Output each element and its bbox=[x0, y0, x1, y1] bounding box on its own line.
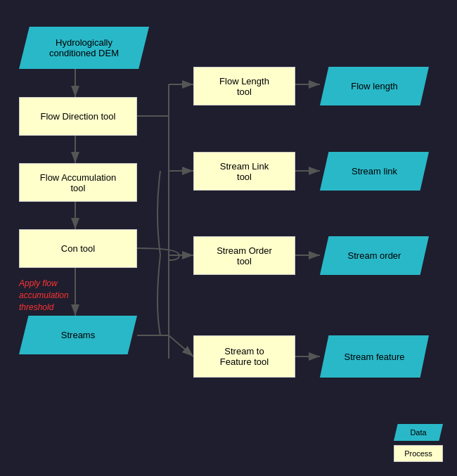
flow-length-output-label: Flow length bbox=[351, 81, 397, 91]
stream-order-tool-label: Stream Order tool bbox=[217, 245, 272, 266]
stream-feature-output-shape: Stream feature bbox=[320, 335, 429, 378]
flow-accumulation-label: Flow Accumulation tool bbox=[40, 172, 116, 193]
flow-direction-shape: Flow Direction tool bbox=[19, 97, 137, 136]
legend: Data Process bbox=[394, 424, 443, 462]
legend-process-shape: Process bbox=[394, 445, 443, 462]
svg-line-12 bbox=[169, 335, 193, 356]
stream-to-feature-tool-label: Stream to Feature tool bbox=[220, 346, 269, 367]
stream-order-output-label: Stream order bbox=[348, 250, 401, 261]
flow-length-tool-shape: Flow Length tool bbox=[193, 67, 295, 105]
stream-link-tool-label: Stream Link tool bbox=[220, 161, 269, 182]
streams-label: Streams bbox=[61, 330, 95, 340]
legend-data-shape: Data bbox=[394, 424, 443, 441]
flow-accumulation-shape: Flow Accumulation tool bbox=[19, 163, 137, 202]
stream-order-tool-shape: Stream Order tool bbox=[193, 236, 295, 275]
flow-length-tool-label: Flow Length tool bbox=[219, 76, 269, 97]
streams-shape: Streams bbox=[19, 316, 137, 354]
stream-link-output-shape: Stream link bbox=[320, 152, 429, 191]
hydro-dem-label: Hydrologically conditioned DEM bbox=[49, 37, 119, 58]
flow-length-output-shape: Flow length bbox=[320, 67, 429, 105]
legend-process-item: Process bbox=[394, 445, 443, 462]
hydro-dem-shape: Hydrologically conditioned DEM bbox=[19, 27, 149, 69]
con-tool-label: Con tool bbox=[61, 243, 95, 254]
annotation-text: Apply flowaccumulationthreshold bbox=[19, 278, 69, 313]
legend-data-item: Data bbox=[394, 424, 443, 441]
flow-direction-label: Flow Direction tool bbox=[41, 111, 116, 122]
stream-to-feature-tool-shape: Stream to Feature tool bbox=[193, 335, 295, 378]
stream-feature-output-label: Stream feature bbox=[345, 352, 405, 362]
legend-data-label: Data bbox=[410, 428, 426, 437]
con-tool-shape: Con tool bbox=[19, 229, 137, 268]
stream-link-tool-shape: Stream Link tool bbox=[193, 152, 295, 191]
stream-order-output-shape: Stream order bbox=[320, 236, 429, 275]
stream-link-output-label: Stream link bbox=[352, 166, 397, 176]
diagram: Hydrologically conditioned DEM Flow Dire… bbox=[0, 0, 457, 476]
legend-process-label: Process bbox=[404, 449, 432, 458]
